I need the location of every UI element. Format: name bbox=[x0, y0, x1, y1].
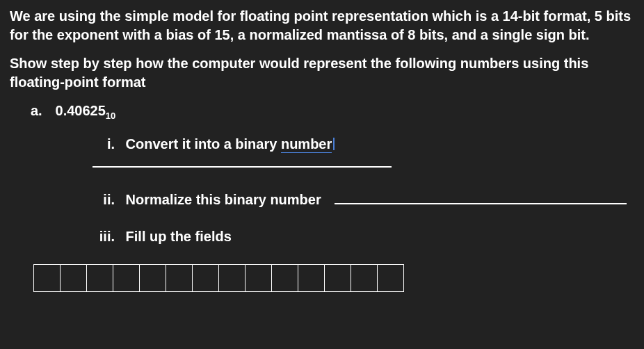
bit-cell[interactable] bbox=[271, 264, 298, 292]
roman-i-label: i. bbox=[90, 135, 115, 154]
bit-cell[interactable] bbox=[33, 264, 61, 292]
roman-item-i: i. Convert it into a binary number bbox=[90, 135, 634, 172]
bit-cell[interactable] bbox=[192, 264, 219, 292]
bit-cell[interactable] bbox=[351, 264, 378, 292]
list-item-a-subscript: 10 bbox=[106, 111, 115, 121]
bit-cell[interactable] bbox=[166, 264, 193, 292]
roman-iii-label: iii. bbox=[90, 227, 115, 246]
roman-item-ii: ii. Normalize this binary number bbox=[90, 190, 634, 209]
roman-i-underlined-word: number bbox=[281, 136, 332, 153]
answer-blank-ii[interactable] bbox=[335, 192, 627, 204]
roman-ii-label: ii. bbox=[90, 190, 115, 209]
intro-paragraph-1: We are using the simple model for floati… bbox=[10, 7, 634, 44]
bit-cell[interactable] bbox=[298, 264, 325, 292]
roman-list: i. Convert it into a binary number ii. N… bbox=[90, 135, 634, 246]
list-item-a: a. 0.4062510 bbox=[31, 102, 634, 122]
roman-item-iii: iii. Fill up the fields bbox=[90, 227, 634, 246]
bit-cell[interactable] bbox=[86, 264, 113, 292]
bit-cell[interactable] bbox=[218, 264, 245, 292]
roman-i-text-prefix: Convert it into a binary bbox=[126, 136, 281, 152]
roman-i-text: Convert it into a binary number bbox=[126, 136, 335, 152]
list-item-a-value: 0.40625 bbox=[56, 103, 106, 118]
intro-paragraph-2: Show step by step how the computer would… bbox=[10, 54, 634, 92]
bit-cell[interactable] bbox=[324, 264, 351, 292]
answer-blank-i[interactable] bbox=[92, 155, 392, 168]
bit-cell[interactable] bbox=[377, 264, 404, 292]
text-cursor-icon bbox=[333, 138, 335, 150]
roman-iii-text: Fill up the fields bbox=[126, 229, 232, 244]
list-item-a-label: a. bbox=[31, 102, 51, 120]
roman-ii-text: Normalize this binary number bbox=[126, 192, 321, 207]
bit-cell[interactable] bbox=[113, 264, 140, 292]
bit-cell[interactable] bbox=[60, 264, 87, 292]
bit-cell[interactable] bbox=[245, 264, 272, 292]
bit-field-grid bbox=[33, 264, 634, 292]
bit-cell[interactable] bbox=[139, 264, 166, 292]
